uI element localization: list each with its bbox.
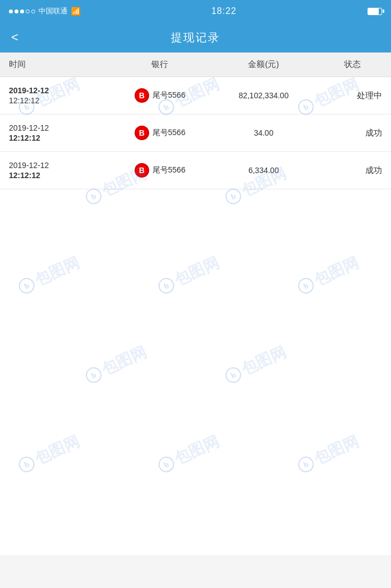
svg-text:b: b (163, 460, 170, 470)
svg-text:b: b (230, 192, 237, 202)
svg-point-22 (156, 455, 176, 474)
watermark-item: b 包图网 (15, 252, 83, 299)
svg-point-24 (296, 455, 316, 474)
battery-fill (368, 8, 379, 15)
row2-bank: B 尾号5566 (116, 126, 204, 140)
row3-time: 2019-12-12 12:12:12 (9, 161, 116, 180)
status-bar-right (368, 8, 382, 15)
watermark-item: b 包图网 (294, 252, 363, 299)
dot-1 (9, 9, 13, 13)
col-header-time: 时间 (9, 59, 116, 70)
row3-date: 2019-12-12 (9, 161, 116, 170)
status-bar: 中国联通 📶 18:22 (0, 0, 391, 22)
page-title: 提现记录 (171, 30, 220, 45)
table-header: 时间 银行 金额(元) 状态 (0, 52, 391, 77)
row3-bank: B 尾号5566 (116, 163, 204, 178)
svg-point-16 (84, 365, 103, 385)
signal-dots (9, 9, 35, 13)
bank-icon-3: B (135, 163, 149, 178)
watermark-item: b 包图网 (294, 431, 363, 478)
row1-amount: 82,102,334.00 (204, 91, 323, 100)
row1-status: 处理中 (323, 90, 382, 101)
battery-icon (368, 8, 382, 15)
col-header-amount: 金额(元) (204, 59, 323, 70)
bank-icon-1: B (135, 88, 149, 103)
row2-status: 成功 (323, 128, 382, 138)
nav-bar: < 提现记录 (0, 22, 391, 52)
watermark-item: b 包图网 (82, 341, 150, 389)
row1-bank: B 尾号5566 (116, 88, 204, 103)
svg-text:b: b (90, 192, 98, 202)
row3-bank-number: 尾号5566 (152, 165, 185, 175)
back-button[interactable]: < (11, 30, 18, 45)
row3-status: 成功 (323, 165, 382, 176)
row1-bank-number: 尾号5566 (152, 90, 185, 101)
watermark-item: b 包图网 (155, 431, 223, 478)
dot-4 (26, 9, 30, 13)
row3-time-val: 12:12:12 (9, 171, 116, 180)
status-bar-left: 中国联通 📶 (9, 6, 80, 16)
svg-point-14 (296, 276, 316, 295)
svg-text:b: b (90, 371, 98, 380)
col-header-status: 状态 (323, 59, 382, 70)
table-row: 2019-12-12 12:12:12 B 尾号5566 34.00 成功 (0, 114, 391, 152)
row1-time-val: 12:12:12 (9, 96, 116, 105)
svg-text:b: b (302, 460, 310, 470)
svg-text:b: b (302, 281, 310, 291)
wifi-icon: 📶 (71, 7, 80, 16)
status-time: 18:22 (211, 6, 236, 16)
row2-date: 2019-12-12 (9, 123, 116, 132)
svg-text:b: b (23, 281, 31, 291)
row2-time-val: 12:12:12 (9, 133, 116, 142)
svg-point-20 (17, 455, 36, 474)
row2-bank-number: 尾号5566 (152, 128, 185, 138)
svg-point-18 (223, 365, 243, 385)
carrier-label: 中国联通 (39, 6, 68, 16)
svg-point-6 (84, 187, 103, 206)
row1-time: 2019-12-12 12:12:12 (9, 86, 116, 105)
svg-point-12 (156, 276, 176, 295)
row1-date: 2019-12-12 (9, 86, 116, 95)
table-row: 2019-12-12 12:12:12 B 尾号5566 6,334.00 成功 (0, 152, 391, 189)
svg-text:b: b (230, 371, 237, 380)
dot-3 (20, 9, 24, 13)
content-area: 时间 银行 金额(元) 状态 2019-12-12 12:12:12 B 尾号5… (0, 52, 391, 555)
dot-5 (31, 9, 35, 13)
row2-time: 2019-12-12 12:12:12 (9, 123, 116, 142)
svg-text:b: b (163, 281, 170, 291)
watermark-item: b 包图网 (222, 341, 290, 389)
dot-2 (15, 9, 18, 13)
svg-point-10 (17, 276, 36, 295)
table-body: 2019-12-12 12:12:12 B 尾号5566 82,102,334.… (0, 77, 391, 189)
svg-text:b: b (23, 460, 31, 470)
bank-icon-2: B (135, 126, 149, 140)
row3-amount: 6,334.00 (204, 166, 323, 175)
row2-amount: 34.00 (204, 128, 323, 137)
svg-point-8 (223, 187, 243, 206)
table-row: 2019-12-12 12:12:12 B 尾号5566 82,102,334.… (0, 77, 391, 114)
watermark-item: b 包图网 (15, 431, 83, 478)
col-header-bank: 银行 (116, 59, 204, 70)
watermark-item: b 包图网 (155, 252, 223, 299)
